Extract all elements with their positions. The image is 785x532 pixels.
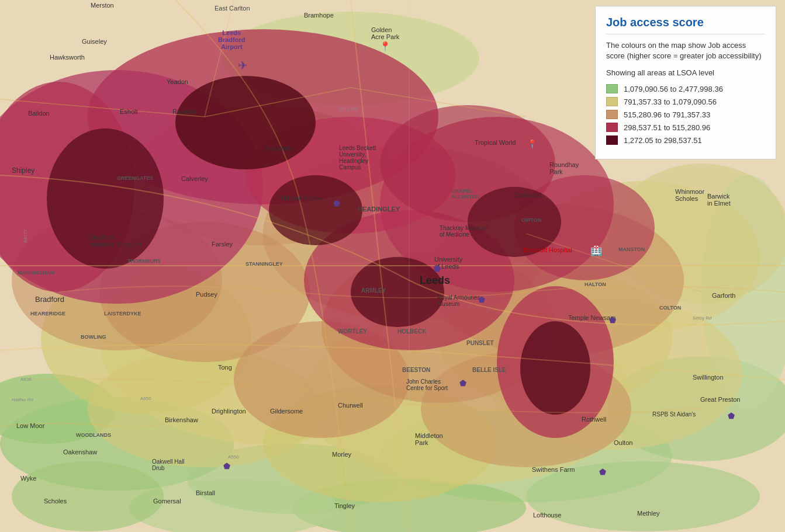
legend-swatch-1 [606,97,618,106]
legend-item-2: 515,280.96 to 791,357.33 [606,110,765,119]
legend-items: 1,079,090.56 to 2,477,998.36791,357.33 t… [606,84,765,145]
john-charles-icon: ⬟ [459,378,466,388]
airport-icon: ✈ [238,58,248,72]
oakwell-icon: ⬟ [223,461,230,471]
svg-point-43 [269,175,362,245]
svg-point-10 [12,461,164,531]
legend-swatch-4 [606,135,618,145]
legend-label-4: 1,272.05 to 298,537.51 [624,136,702,145]
legend-label-3: 298,537.51 to 515,280.96 [624,123,710,132]
map-container: Leeds Bradford Shipley Horsforth East Ca… [0,0,785,532]
swithens-icon: ⬟ [599,467,606,477]
tropical-world-icon: 📍 [527,139,537,148]
legend-item-3: 298,537.51 to 515,280.96 [606,123,765,132]
golden-acre-icon: 📍 [379,41,391,52]
svg-point-38 [351,257,444,327]
legend-title: Job access score [606,16,765,34]
legend-item-1: 791,357.33 to 1,079,090.56 [606,97,765,106]
svg-point-39 [175,76,316,169]
legend-swatch-3 [606,123,618,132]
rspb-icon: ⬟ [728,411,735,420]
legend-label-2: 515,280.96 to 791,357.33 [624,110,710,119]
svg-point-8 [526,461,760,531]
legend-swatch-2 [606,110,618,119]
legend-item-0: 1,079,090.56 to 2,477,998.36 [606,84,765,93]
legend-label-1: 791,357.33 to 1,079,090.56 [624,98,717,106]
legend-panel: Job access score The colours on the map … [595,6,776,159]
legend-swatch-0 [606,84,618,93]
svg-point-41 [520,321,590,415]
kirkstall-icon: ⬟ [333,199,340,208]
svg-point-42 [468,187,561,257]
royal-armouries-icon: ⬟ [478,295,485,304]
temple-newsam-icon: ⬟ [609,315,616,325]
legend-description: The colours on the map show Job access s… [606,40,765,61]
seacroft-icon: 🏥 [590,245,602,256]
legend-label-0: 1,079,090.56 to 2,477,998.36 [624,85,723,93]
uni-icon: ⬟ [434,264,441,273]
legend-subtitle: Showing all areas at LSOA level [606,68,765,77]
svg-point-40 [47,128,164,269]
legend-item-4: 1,272.05 to 298,537.51 [606,135,765,145]
